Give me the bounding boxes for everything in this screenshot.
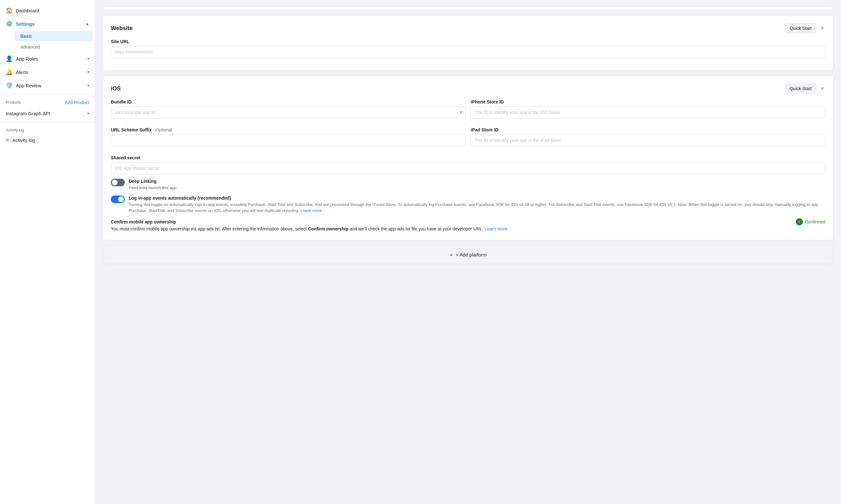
sidebar-item-label: Alerts xyxy=(16,70,28,75)
add-platform-bar[interactable]: + + Add platform xyxy=(103,245,834,264)
divider xyxy=(0,94,95,95)
log-events-toggle[interactable] xyxy=(111,196,125,203)
chevron-up-icon: ▲ xyxy=(85,22,89,26)
sidebar-item-alerts[interactable]: 🔔 Alerts ▾ xyxy=(0,66,95,79)
sidebar-item-settings[interactable]: ⚙️ Settings ▲ xyxy=(0,17,95,31)
url-scheme-input[interactable] xyxy=(111,134,466,146)
sidebar-item-app-roles[interactable]: 👤 App Roles ▾ xyxy=(0,52,95,66)
activity-log-icon: ≡ xyxy=(6,137,9,143)
sidebar-item-basic[interactable]: Basic xyxy=(15,31,92,41)
confirm-desc: You must confirm mobile app ownership vi… xyxy=(111,226,307,231)
log-events-slider xyxy=(111,196,125,203)
ios-card-title: iOS xyxy=(111,85,121,92)
site-url-input[interactable] xyxy=(111,46,825,58)
app-review-icon: 🛡️ xyxy=(6,82,13,89)
home-icon: 🏠 xyxy=(6,7,13,14)
ios-card-header: iOS Quick Start × xyxy=(111,84,825,94)
bundle-id-clear-button[interactable]: × xyxy=(459,109,462,115)
deep-linking-label: Deep Linking Feed links launch this app xyxy=(129,179,176,191)
deep-linking-toggle-row: Deep Linking Feed links launch this app xyxy=(111,179,825,191)
confirm-ownership-section: Confirm mobile app ownership You must co… xyxy=(111,218,825,233)
products-section-label: Products xyxy=(6,100,21,105)
settings-submenu: Basic Advanced xyxy=(0,31,95,52)
add-platform-label: + Add platform xyxy=(456,252,487,257)
confirmed-badge: ✓ Confirmed xyxy=(796,218,825,226)
url-scheme-ipad-row: URL Scheme Suffix · Optional iPad Store … xyxy=(111,127,825,151)
sidebar-item-label: Activity log xyxy=(12,138,35,143)
sidebar-item-dashboard[interactable]: 🏠 Dashboard xyxy=(0,4,95,17)
add-product-link[interactable]: Add Product xyxy=(65,100,89,105)
bundle-id-label: Bundle ID xyxy=(111,100,466,104)
bundle-iphone-row: Bundle ID × iPhone Store ID xyxy=(111,100,825,123)
confirmed-checkmark-icon: ✓ xyxy=(796,218,803,226)
sidebar-item-label: Dashboard xyxy=(16,8,39,13)
divider xyxy=(0,122,95,122)
website-card: Website Quick Start × Site URL xyxy=(103,15,834,70)
website-card-title: Website xyxy=(111,25,133,32)
bundle-id-field: Bundle ID × xyxy=(111,100,466,119)
website-quick-start-button[interactable]: Quick Start xyxy=(785,23,816,33)
url-scheme-label: URL Scheme Suffix · Optional xyxy=(111,127,466,132)
chevron-down-icon: ▾ xyxy=(87,111,89,116)
website-card-actions: Quick Start × xyxy=(785,23,825,33)
shared-secret-field: Shared secret xyxy=(111,155,825,174)
confirm-learn-more-link[interactable]: Learn more xyxy=(485,226,508,231)
site-url-field: Site URL xyxy=(111,39,825,58)
activity-log-section-label: Activity log xyxy=(0,125,95,133)
ios-quick-start-button[interactable]: Quick Start xyxy=(785,84,816,94)
sidebar-item-label: App Roles xyxy=(16,56,38,61)
log-events-label: Log in-app events automatically (recomme… xyxy=(129,196,825,214)
iphone-store-id-label: iPhone Store ID xyxy=(471,100,825,104)
main-content: Website Quick Start × Site URL iOS Quick… xyxy=(95,0,841,504)
sidebar-item-advanced[interactable]: Advanced xyxy=(15,42,95,52)
sidebar-item-label: Settings xyxy=(16,21,35,26)
website-card-header: Website Quick Start × xyxy=(111,23,825,33)
chevron-down-icon: ▾ xyxy=(87,83,89,88)
add-platform-icon: + xyxy=(450,252,453,257)
ipad-store-id-input[interactable] xyxy=(471,134,825,146)
url-scheme-field: URL Scheme Suffix · Optional xyxy=(111,127,466,146)
ipad-store-id-label: iPad Store ID xyxy=(471,127,825,132)
confirm-desc2: and we'll check the app-ads.txt file you… xyxy=(350,226,484,231)
bundle-id-input[interactable] xyxy=(111,106,466,119)
website-close-button[interactable]: × xyxy=(819,24,825,33)
alerts-icon: 🔔 xyxy=(6,69,13,75)
deep-linking-toggle[interactable] xyxy=(111,179,125,186)
log-events-toggle-row: Log in-app events automatically (recomme… xyxy=(111,196,825,214)
bundle-id-input-wrap: × xyxy=(111,106,466,119)
top-partial-card xyxy=(103,6,834,10)
shared-secret-label: Shared secret xyxy=(111,155,825,160)
confirm-ownership-text: Confirm mobile app ownership You must co… xyxy=(111,218,791,233)
sidebar-item-label: App Review xyxy=(16,83,41,88)
sidebar-item-instagram-graph-api[interactable]: Instagram Graph API ▾ xyxy=(0,108,95,119)
sidebar-item-activity-log[interactable]: ≡ Activity log xyxy=(0,133,95,147)
site-url-label: Site URL xyxy=(111,39,825,44)
ios-close-button[interactable]: × xyxy=(819,84,825,93)
confirm-title: Confirm mobile app ownership xyxy=(111,219,176,224)
chevron-down-icon: ▾ xyxy=(87,56,89,61)
deep-linking-slider xyxy=(111,179,125,186)
ipad-store-id-field: iPad Store ID xyxy=(471,127,825,146)
ios-card: iOS Quick Start × Bundle ID × iPhone Sto… xyxy=(103,75,834,240)
sidebar-item-label: Instagram Graph API xyxy=(6,111,50,116)
app-roles-icon: 👤 xyxy=(6,55,13,62)
chevron-down-icon: ▾ xyxy=(87,70,89,74)
confirm-bold: Confirm ownership xyxy=(308,226,349,231)
sidebar: 🏠 Dashboard ⚙️ Settings ▲ Basic Advanced… xyxy=(0,0,95,504)
ios-card-actions: Quick Start × xyxy=(785,84,825,94)
iphone-store-id-field: iPhone Store ID xyxy=(471,100,825,119)
settings-icon: ⚙️ xyxy=(6,20,13,27)
sidebar-item-app-review[interactable]: 🛡️ App Review ▾ xyxy=(0,79,95,92)
confirmed-label: Confirmed xyxy=(805,219,825,224)
shared-secret-input[interactable] xyxy=(111,162,825,174)
iphone-store-id-input[interactable] xyxy=(471,106,825,119)
log-events-learn-more-link[interactable]: Learn more xyxy=(300,208,321,213)
